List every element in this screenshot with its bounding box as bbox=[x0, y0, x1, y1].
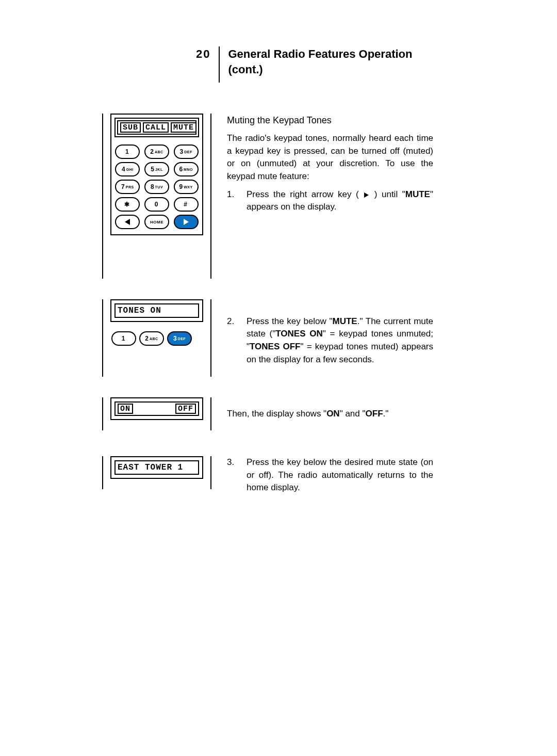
lcd-panel-onoff: ON OFF bbox=[110, 397, 203, 420]
key-0[interactable]: 0 bbox=[144, 197, 169, 212]
illus-divider bbox=[102, 397, 103, 430]
intro-paragraph: The radio's keypad tones, normally heard… bbox=[227, 132, 433, 183]
key-arrow-right[interactable] bbox=[174, 215, 199, 229]
step-2-num: 2. bbox=[227, 315, 239, 366]
step-1-body: Press the right arrow key ( ) until "MUT… bbox=[247, 188, 433, 214]
key-1[interactable]: 1 bbox=[115, 144, 140, 159]
header-divider bbox=[219, 46, 220, 83]
text-step-3: 3. Press the key below the desired mute … bbox=[227, 451, 433, 494]
text-then: Then, the display shows "ON" and "OFF." bbox=[227, 408, 433, 421]
illustration-tones-on: TONES ON 1 2ABC 3DEF bbox=[98, 299, 211, 377]
step-1: 1. Press the right arrow key ( ) until "… bbox=[227, 188, 433, 214]
illus-divider bbox=[102, 114, 103, 279]
key-9[interactable]: 9WXY bbox=[174, 180, 199, 194]
page-header: 20 General Radio Features Operation (con… bbox=[196, 46, 433, 83]
illustration-east-tower: EAST TOWER 1 bbox=[98, 456, 211, 489]
illus-divider bbox=[210, 456, 211, 489]
key-1[interactable]: 1 bbox=[111, 331, 136, 346]
lcd-inner-tones: TONES ON bbox=[114, 303, 199, 318]
title-line-2: (cont.) bbox=[228, 63, 263, 76]
illustration-on-off: ON OFF bbox=[98, 397, 211, 430]
lcd-inner-1: SUB CALL MUTE bbox=[117, 120, 196, 135]
page-title: General Radio Features Operation (cont.) bbox=[228, 46, 412, 77]
key-5[interactable]: 5JKL bbox=[144, 162, 169, 176]
key-home[interactable]: HOME bbox=[144, 215, 169, 229]
key-7[interactable]: 7PRS bbox=[115, 180, 140, 194]
key-arrow-left[interactable] bbox=[115, 215, 140, 229]
section-on-off: ON OFF Then, the display shows "ON" and … bbox=[98, 397, 433, 430]
lcd-text-tones-on: TONES ON bbox=[118, 306, 161, 315]
keyrow-under-mute: 1 2ABC 3DEF bbox=[110, 331, 203, 346]
key-8[interactable]: 8TUV bbox=[144, 180, 169, 194]
illus-divider bbox=[102, 299, 103, 377]
step-2: 2. Press the key below "MUTE." The curre… bbox=[227, 315, 433, 366]
key-6[interactable]: 6MNO bbox=[174, 162, 199, 176]
step-1-num: 1. bbox=[227, 188, 239, 214]
text-step-2: 2. Press the key below "MUTE." The curre… bbox=[227, 310, 433, 366]
triangle-right-icon bbox=[184, 219, 189, 225]
triangle-right-icon bbox=[364, 192, 369, 198]
lcd-inner-home: EAST TOWER 1 bbox=[114, 460, 199, 475]
title-line-1: General Radio Features Operation bbox=[228, 47, 412, 60]
lcd-seg-sub: SUB bbox=[120, 122, 141, 133]
triangle-left-icon bbox=[125, 219, 130, 225]
lcd-panel-tones: TONES ON bbox=[110, 299, 203, 322]
key-star[interactable]: ✱ bbox=[115, 197, 140, 212]
keypad: 1 2ABC 3DEF 4GHI 5JKL 6MNO 7PRS 8TUV 9WX… bbox=[114, 144, 199, 229]
lcd-panel-home: EAST TOWER 1 bbox=[110, 456, 203, 479]
key-hash[interactable]: # bbox=[174, 197, 199, 212]
key-4[interactable]: 4GHI bbox=[115, 162, 140, 176]
key-2[interactable]: 2ABC bbox=[144, 144, 169, 159]
lcd-seg-off: OFF bbox=[175, 404, 196, 414]
illus-divider bbox=[102, 456, 103, 489]
subsection-title: Muting the Keypad Tones bbox=[227, 114, 433, 127]
step-3-num: 3. bbox=[227, 456, 239, 494]
section-step-2: TONES ON 1 2ABC 3DEF 2. Press the key be… bbox=[98, 299, 433, 377]
step-3: 3. Press the key below the desired mute … bbox=[227, 456, 433, 494]
step-3-body: Press the key below the desired mute sta… bbox=[247, 456, 433, 494]
radio-panel: SUB CALL MUTE 1 2ABC 3DEF 4GHI 5JKL 6MNO… bbox=[110, 114, 203, 235]
key-3[interactable]: 3DEF bbox=[174, 144, 199, 159]
lcd-display-1: SUB CALL MUTE bbox=[114, 118, 199, 137]
section-mute-intro: SUB CALL MUTE 1 2ABC 3DEF 4GHI 5JKL 6MNO… bbox=[98, 114, 433, 279]
key-3-highlighted[interactable]: 3DEF bbox=[167, 331, 192, 346]
text-intro: Muting the Keypad Tones The radio's keyp… bbox=[227, 114, 433, 214]
then-paragraph: Then, the display shows "ON" and "OFF." bbox=[227, 408, 433, 421]
illus-divider bbox=[210, 299, 211, 377]
key-2[interactable]: 2ABC bbox=[139, 331, 164, 346]
illus-divider bbox=[210, 397, 211, 430]
step-2-body: Press the key below "MUTE." The current … bbox=[247, 315, 433, 366]
illustration-radio-panel-wrap: SUB CALL MUTE 1 2ABC 3DEF 4GHI 5JKL 6MNO… bbox=[98, 114, 211, 279]
section-step-3: EAST TOWER 1 3. Press the key below the … bbox=[98, 451, 433, 494]
lcd-seg-on: ON bbox=[118, 404, 133, 414]
lcd-text-east-tower: EAST TOWER 1 bbox=[118, 463, 183, 472]
page-number: 20 bbox=[196, 46, 210, 61]
lcd-seg-mute: MUTE bbox=[171, 122, 196, 133]
lcd-seg-call: CALL bbox=[143, 122, 169, 133]
illus-divider bbox=[210, 114, 211, 279]
lcd-inner-onoff: ON OFF bbox=[114, 401, 199, 416]
